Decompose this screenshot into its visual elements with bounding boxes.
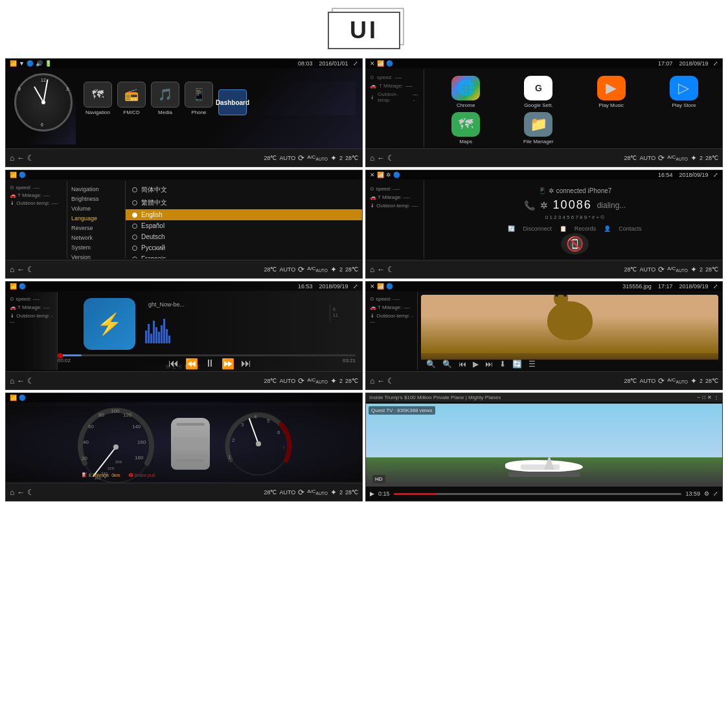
svg-text:180: 180: [135, 455, 144, 461]
home-btn[interactable]: ⌂: [10, 154, 14, 163]
nav-fmcd[interactable]: 📻 FM/CD: [117, 82, 146, 115]
screen6-topbar: ✕ 📶 🔵 315556.jpg 17:17 2018/09/19 ⤢: [366, 282, 722, 291]
s3-temp-left: 28℃: [264, 266, 277, 273]
s5-moon-btn[interactable]: ☾: [27, 376, 34, 385]
lang-german[interactable]: Deutsch: [126, 231, 362, 242]
lang-traditional-chinese[interactable]: 繁體中文: [126, 196, 362, 209]
photo-menu-button[interactable]: ☰: [529, 360, 536, 369]
nav-fmcd-icon[interactable]: 📻: [117, 82, 146, 108]
car-view: [171, 418, 210, 470]
app-store[interactable]: ▷ Play Store: [650, 76, 718, 108]
phone-bt-icon: ✲: [549, 187, 554, 194]
yt-play-btn[interactable]: ▶: [370, 490, 374, 497]
s4-moon-btn[interactable]: ☾: [387, 265, 394, 274]
back-btn[interactable]: ←: [17, 154, 25, 163]
app-chrome[interactable]: 🌐 Chrome: [431, 76, 500, 108]
s5-back-btn[interactable]: ←: [17, 376, 25, 385]
nav-media[interactable]: 🎵 Media: [151, 82, 179, 115]
zoom-out-button[interactable]: 🔍: [426, 360, 436, 369]
screen-home: 📶 ▼ 🔵 🔊 🔋 08:03 2016/01/01 ⤢ 12: [5, 58, 363, 167]
filemanager-icon[interactable]: 📁: [524, 112, 552, 137]
s2-home-btn[interactable]: ⌂: [370, 154, 374, 163]
video-player: HD Quest TV · 830K388 views ▶ 0:15 13:59…: [366, 404, 722, 501]
play-store-icon[interactable]: ▷: [670, 76, 698, 100]
s6-temp-right: 28℃: [705, 378, 718, 384]
nav-navigation[interactable]: 🗺 Navigation: [84, 82, 112, 115]
app-maps[interactable]: 🗺 Maps: [431, 112, 500, 144]
s5-home-btn[interactable]: ⌂: [10, 376, 14, 385]
s7-moon-btn[interactable]: ☾: [27, 488, 34, 497]
photo-rotate-button[interactable]: 🔄: [512, 360, 522, 369]
s4-home-btn[interactable]: ⌂: [370, 265, 374, 274]
google-settings-icon[interactable]: G: [524, 76, 552, 100]
yt-progress-bar[interactable]: [394, 493, 682, 495]
s3-back-btn[interactable]: ←: [17, 265, 25, 274]
contacts-icon: 👤: [604, 225, 611, 232]
chrome-icon[interactable]: 🌐: [451, 76, 480, 100]
s6-home-btn[interactable]: ⌂: [370, 376, 374, 385]
speed-row: ⊙ speed: ----: [370, 75, 420, 80]
s4-back-btn[interactable]: ←: [377, 265, 385, 274]
s7-home-btn[interactable]: ⌂: [10, 488, 14, 497]
end-call-button[interactable]: 📵: [561, 233, 589, 255]
s2-bt-icon: 🔵: [386, 60, 393, 67]
disconnect-label[interactable]: Disconnect: [523, 225, 552, 232]
menu-network[interactable]: Network: [71, 235, 121, 241]
photo-download-button[interactable]: ⬇: [499, 360, 506, 369]
gauges-area: 20 40 60 80 100 120 140 160 180 200 220 …: [6, 406, 362, 481]
nav-phone-icon[interactable]: 📱: [185, 82, 213, 108]
yt-fullscreen-btn[interactable]: ⤢: [713, 490, 718, 497]
screen7-status-icons: 📶 🔵: [10, 395, 26, 401]
photo-next-button[interactable]: ⏭: [485, 360, 493, 369]
menu-navigation[interactable]: Navigation: [71, 186, 121, 192]
menu-reverse[interactable]: Reverse: [71, 225, 121, 231]
s6-moon-btn[interactable]: ☾: [387, 376, 394, 385]
nav-phone[interactable]: 📱 Phone: [185, 82, 213, 115]
contacts-label[interactable]: Contacts: [619, 225, 642, 232]
records-label[interactable]: Records: [574, 225, 597, 232]
lang-spanish[interactable]: Español: [126, 220, 362, 231]
moon-btn[interactable]: ☾: [27, 154, 34, 163]
photo-prev-button[interactable]: ⏮: [459, 360, 466, 369]
menu-system[interactable]: System: [71, 244, 121, 251]
s8-menu-icon[interactable]: ⋮: [714, 395, 719, 400]
app-music[interactable]: ▶ Play Music: [577, 76, 646, 108]
menu-language[interactable]: Language: [71, 215, 121, 222]
lang-russian[interactable]: Русский: [126, 242, 362, 253]
lang-simplified-chinese[interactable]: 简体中文: [126, 183, 362, 196]
play-music-icon[interactable]: ▶: [597, 76, 626, 100]
lang-english[interactable]: English: [126, 209, 362, 220]
s4-bt-icon: ✲: [386, 172, 391, 178]
s3-moon-btn[interactable]: ☾: [27, 265, 34, 274]
s2-back-btn[interactable]: ←: [377, 154, 385, 163]
svg-text:6: 6: [277, 430, 280, 435]
yt-settings-btn[interactable]: ⚙: [704, 490, 709, 497]
s8-close-icon[interactable]: ✕: [707, 395, 712, 400]
app-filemanager[interactable]: 📁 File Manager: [504, 112, 573, 144]
nav-dashboard[interactable]: Dashboard: [218, 89, 247, 115]
fan-level: 2: [339, 155, 343, 161]
menu-brightness[interactable]: Brightness: [71, 196, 121, 202]
media-progress-bar[interactable]: [58, 354, 356, 356]
nav-dashboard-icon[interactable]: Dashboard: [218, 89, 247, 115]
next-button[interactable]: ⏭: [241, 358, 251, 370]
lang-french[interactable]: Français: [126, 253, 362, 259]
s7-back-btn[interactable]: ←: [17, 488, 25, 497]
play-pause-button[interactable]: ⏸: [205, 358, 215, 370]
eq-bar: [148, 324, 150, 343]
photo-play-button[interactable]: ▶: [473, 360, 479, 369]
nav-media-icon[interactable]: 🎵: [151, 82, 179, 108]
s6-back-btn[interactable]: ←: [377, 376, 385, 385]
menu-volume[interactable]: Volume: [71, 205, 121, 212]
maps-icon[interactable]: 🗺: [451, 112, 480, 137]
s8-maximize-icon[interactable]: □: [702, 395, 705, 400]
nav-navigation-icon[interactable]: 🗺: [84, 82, 112, 108]
zoom-in-button[interactable]: 🔍: [442, 360, 452, 369]
app-google[interactable]: G Google Sett.: [504, 76, 573, 108]
auto-icon: ⟳: [298, 154, 304, 163]
fast-forward-button[interactable]: ⏩: [222, 358, 234, 370]
s2-moon-btn[interactable]: ☾: [387, 154, 394, 163]
s3-home-btn[interactable]: ⌂: [10, 265, 14, 274]
phone-area: 📱 ✲ connected iPhone7 📞 ✲ 10086 dialing.…: [427, 181, 722, 259]
s8-minimize-icon[interactable]: −: [697, 395, 700, 400]
